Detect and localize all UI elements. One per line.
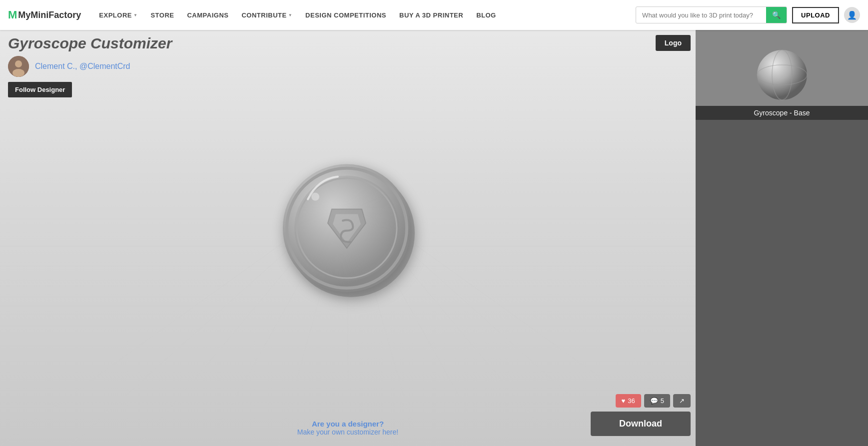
designer-row: Clement C., @ClementCrd xyxy=(8,56,688,77)
share-icon: ↗ xyxy=(679,397,685,405)
search-button[interactable]: 🔍 xyxy=(766,7,787,23)
sidebar-thumb-image xyxy=(752,45,812,105)
3d-object xyxy=(268,149,428,311)
designer-cta-text: Are you a designer? xyxy=(297,420,398,428)
logo-text: MyMiniFactory xyxy=(18,10,81,20)
svg-point-2 xyxy=(12,69,24,77)
search-input[interactable] xyxy=(636,8,766,22)
svg-point-30 xyxy=(311,192,319,200)
follow-designer-button[interactable]: Follow Designer xyxy=(8,82,72,97)
nav-blog[interactable]: BLOG xyxy=(470,7,502,23)
upload-button[interactable]: UPLOAD xyxy=(792,7,839,23)
nav-links: EXPLORE ▼ STORE CAMPAIGNS CONTRIBUTE ▼ D… xyxy=(93,7,636,23)
designer-cta-area: Are you a designer? Make your own custom… xyxy=(297,420,398,436)
svg-point-31 xyxy=(757,50,807,100)
nav-store[interactable]: STORE xyxy=(144,7,180,23)
comment-button[interactable]: 💬 5 xyxy=(644,394,670,408)
nav-campaigns[interactable]: CAMPAIGNS xyxy=(181,7,234,23)
designer-name[interactable]: Clement C., @ClementCrd xyxy=(35,62,130,71)
like-count: 36 xyxy=(628,397,635,405)
nav-buy-printer[interactable]: BUY A 3D PRINTER xyxy=(393,7,469,23)
user-avatar-icon[interactable]: 👤 xyxy=(844,7,860,23)
share-button[interactable]: ↗ xyxy=(673,394,691,408)
main-content: Gyroscope Customizer Clement C., @Clemen… xyxy=(0,30,696,446)
svg-point-1 xyxy=(15,60,22,67)
sidebar-thumbnail[interactable]: Gyroscope - Base xyxy=(696,30,868,120)
navbar: M MyMiniFactory EXPLORE ▼ STORE CAMPAIGN… xyxy=(0,0,868,30)
like-button[interactable]: ♥ 36 xyxy=(616,394,641,408)
designer-avatar xyxy=(8,56,29,77)
nav-contribute[interactable]: CONTRIBUTE ▼ xyxy=(235,7,298,23)
sidebar-item-label: Gyroscope - Base xyxy=(696,106,868,120)
logo-m-icon: M xyxy=(8,8,17,21)
search-box: 🔍 xyxy=(636,6,787,23)
chevron-down-icon: ▼ xyxy=(288,13,292,17)
right-sidebar: Gyroscope - Base xyxy=(696,30,868,446)
social-icons-row: ♥ 36 💬 5 ↗ xyxy=(616,394,691,408)
download-button[interactable]: Download xyxy=(591,412,691,436)
chevron-down-icon: ▼ xyxy=(133,13,137,17)
nav-explore[interactable]: EXPLORE ▼ xyxy=(93,7,143,23)
comment-count: 5 xyxy=(661,397,664,405)
page-title: Gyroscope Customizer xyxy=(8,35,688,52)
heart-icon: ♥ xyxy=(622,397,626,405)
site-logo[interactable]: M MyMiniFactory xyxy=(8,8,81,21)
search-area: 🔍 UPLOAD 👤 xyxy=(636,6,860,23)
nav-design-competitions[interactable]: DESIGN COMPETITIONS xyxy=(299,7,392,23)
social-download-bar: ♥ 36 💬 5 ↗ Download xyxy=(591,394,696,436)
comment-icon: 💬 xyxy=(650,397,658,405)
designer-cta-subtext[interactable]: Make your own customizer here! xyxy=(297,428,398,436)
